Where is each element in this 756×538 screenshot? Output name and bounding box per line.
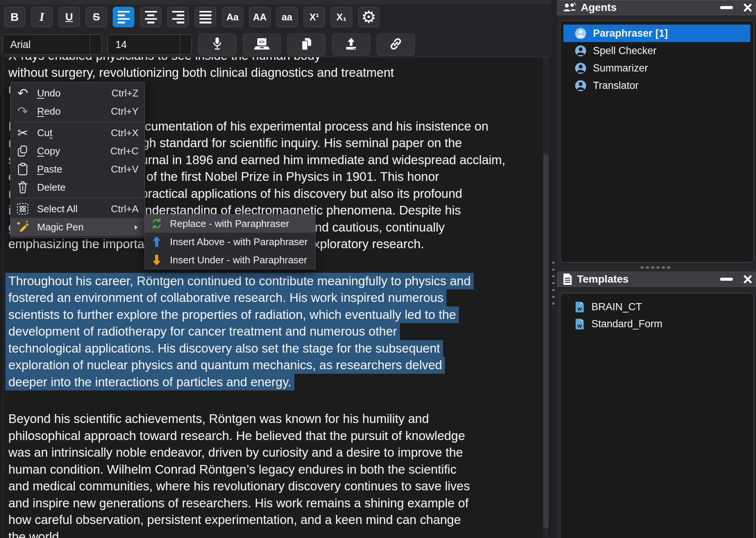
- strikethrough-button[interactable]: S: [86, 7, 107, 27]
- agent-item-translator[interactable]: Translator: [563, 77, 750, 94]
- align-justify-button[interactable]: [194, 7, 216, 27]
- menu-redo[interactable]: ↷RedoCtrl+Y: [11, 102, 145, 120]
- template-item-label: Standard_Form: [591, 318, 663, 330]
- lowercase-button-label: aa: [282, 12, 292, 23]
- doc-line: X-rays enabled physicians to see inside …: [5, 57, 541, 64]
- code-view-button[interactable]: <>: [243, 34, 281, 56]
- doc-line: human condition. Wilhelm Conrad Röntgen’…: [5, 461, 541, 478]
- menu-magic-pen[interactable]: Magic Pen: [11, 218, 145, 236]
- gear-icon: ⚙: [361, 9, 376, 25]
- lowercase-button[interactable]: aa: [276, 7, 298, 27]
- agent-item-spell-checker[interactable]: Spell Checker: [563, 42, 750, 59]
- agents-panel: Paraphraser [1]Spell CheckerSummarizerTr…: [560, 20, 754, 263]
- templates-panel-title: Templates: [577, 273, 628, 285]
- person-icon: [575, 45, 586, 57]
- document-paragraph: Beyond his scientific achievements, Rönt…: [5, 410, 541, 538]
- arrow-up-icon: [150, 235, 163, 248]
- capitalize-button[interactable]: Aa: [222, 7, 243, 27]
- menu-item-label: Paste: [37, 163, 111, 175]
- menu-paste[interactable]: PasteCtrl+V: [11, 160, 145, 178]
- refresh-icon: [150, 217, 163, 230]
- subscript-button[interactable]: X₁: [331, 7, 352, 27]
- menu-delete[interactable]: Delete: [11, 178, 145, 196]
- menu-item-shortcut: Ctrl+A: [111, 203, 138, 215]
- align-left-icon: [118, 11, 130, 23]
- menu-select-all[interactable]: Select AllCtrl+A: [11, 200, 145, 218]
- horizontal-splitter-handle[interactable]: [641, 266, 670, 269]
- font-size-select[interactable]: 14: [107, 34, 192, 55]
- italic-button[interactable]: I: [31, 7, 53, 27]
- menu-item-shortcut: Ctrl+X: [111, 127, 138, 139]
- submenu-insert-above[interactable]: Insert Above - with Paraphraser: [145, 233, 315, 251]
- submenu-replace[interactable]: Replace - with Paraphraser: [145, 215, 315, 233]
- people-icon: [563, 2, 576, 13]
- copy-document-button[interactable]: [288, 34, 325, 56]
- templates-close-button[interactable]: ×: [743, 272, 753, 286]
- editor-scrollbar[interactable]: [543, 57, 549, 538]
- submenu-insert-under[interactable]: Insert Under - with Paraphraser: [145, 251, 315, 269]
- link-button[interactable]: [377, 34, 415, 56]
- format-toolbar-row: BIUSAaAAaaX¹X₁⚙: [4, 7, 380, 27]
- app-window: BIUSAaAAaaX¹X₁⚙ Arial 14 <> X-rays enabl…: [0, 0, 756, 538]
- doc-line-selected: Throughout his career, Röntgen continued…: [5, 273, 474, 290]
- template-item-standard_form[interactable]: wStandard_Form: [563, 316, 750, 333]
- uppercase-button[interactable]: AA: [249, 7, 271, 27]
- settings-button[interactable]: ⚙: [358, 7, 380, 27]
- agent-item-label: Translator: [593, 80, 639, 92]
- doc-line: the world.: [5, 529, 541, 538]
- doc-line: and inspire new generations of researche…: [5, 495, 541, 512]
- align-center-icon: [145, 11, 157, 23]
- agents-list: Paraphraser [1]Spell CheckerSummarizerTr…: [560, 25, 753, 94]
- menu-copy[interactable]: CopyCtrl+C: [11, 142, 145, 160]
- subscript-button-label: X₁: [336, 12, 347, 23]
- doc-line: without surgery, revolutionizing both cl…: [5, 64, 541, 81]
- doc-line: philosophical approach toward research. …: [5, 428, 541, 445]
- font-size-value: 14: [108, 39, 180, 51]
- dictate-button[interactable]: [198, 34, 236, 56]
- bold-button[interactable]: B: [4, 7, 25, 27]
- template-item-brain_ct[interactable]: wBRAIN_CT: [563, 299, 750, 316]
- menu-item-label: Cut: [37, 127, 111, 139]
- italic-button-label: I: [39, 10, 44, 24]
- agent-item-summarizer[interactable]: Summarizer: [563, 59, 750, 77]
- menu-undo[interactable]: ↶UndoCtrl+Z: [11, 84, 145, 102]
- agents-close-button[interactable]: ×: [743, 1, 753, 14]
- font-size-dropdown-arrow[interactable]: [180, 35, 191, 54]
- agents-minimize-button[interactable]: [720, 6, 733, 9]
- superscript-button[interactable]: X¹: [303, 7, 325, 27]
- agent-item-paraphraser[interactable]: Paraphraser [1]: [563, 25, 750, 42]
- microphone-icon: [212, 37, 222, 53]
- align-right-button[interactable]: [167, 7, 189, 27]
- align-center-button[interactable]: [140, 7, 162, 27]
- templates-minimize-button[interactable]: [720, 278, 733, 281]
- capitalize-button-label: Aa: [227, 12, 239, 23]
- toolbar: BIUSAaAAaaX¹X₁⚙ Arial 14 <>: [0, 0, 551, 57]
- menu-separator: [14, 198, 142, 198]
- redo-icon: ↷: [16, 104, 30, 118]
- agents-panel-title: Agents: [581, 2, 617, 14]
- upload-button[interactable]: [332, 34, 370, 56]
- align-left-button[interactable]: [113, 7, 134, 27]
- menu-item-label: Magic Pen: [37, 221, 130, 233]
- font-family-select[interactable]: Arial: [2, 34, 102, 55]
- svg-text:w: w: [577, 323, 582, 329]
- font-family-dropdown-arrow[interactable]: [90, 35, 101, 54]
- doc-line-selected: development of radiotherapy for cancer t…: [5, 323, 400, 340]
- upload-icon: [345, 37, 358, 52]
- align-right-icon: [172, 11, 184, 23]
- magic-pen-icon: [16, 220, 30, 234]
- paste-icon: [16, 162, 30, 176]
- submenu-item-label: Replace - with Paraphraser: [170, 218, 289, 230]
- editor-scrollbar-thumb[interactable]: [543, 154, 549, 529]
- underline-button[interactable]: U: [58, 7, 80, 27]
- select-all-icon: [16, 202, 30, 216]
- agents-panel-header: Agents ×: [557, 0, 756, 15]
- menu-item-shortcut: Ctrl+V: [111, 163, 138, 175]
- document-icon: [563, 273, 572, 285]
- doc-line: was an intrinsically noble endeavor, dri…: [5, 444, 541, 461]
- vertical-splitter-handle[interactable]: [552, 262, 555, 305]
- menu-item-label: Select All: [37, 203, 111, 215]
- agent-item-label: Spell Checker: [593, 45, 656, 57]
- person-icon: [575, 62, 586, 74]
- menu-cut[interactable]: ✂CutCtrl+X: [11, 124, 145, 142]
